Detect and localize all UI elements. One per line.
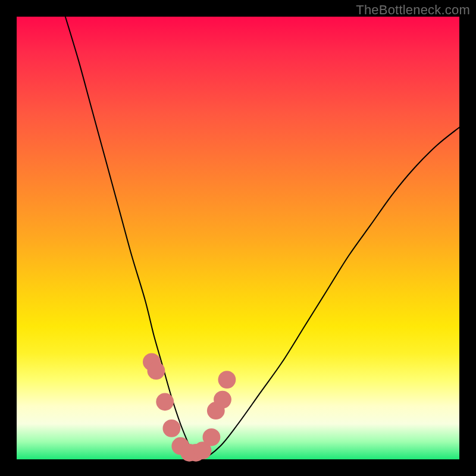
marker-dot — [163, 419, 181, 437]
marker-dot — [203, 428, 221, 446]
watermark-text: TheBottleneck.com — [356, 2, 470, 18]
bottleneck-curve — [65, 17, 459, 461]
marker-dot — [218, 371, 236, 389]
marker-dot — [156, 393, 174, 411]
marker-dot — [148, 362, 165, 380]
chart-frame: TheBottleneck.com — [0, 0, 476, 476]
chart-overlay — [17, 17, 459, 459]
marker-dot — [214, 391, 231, 409]
